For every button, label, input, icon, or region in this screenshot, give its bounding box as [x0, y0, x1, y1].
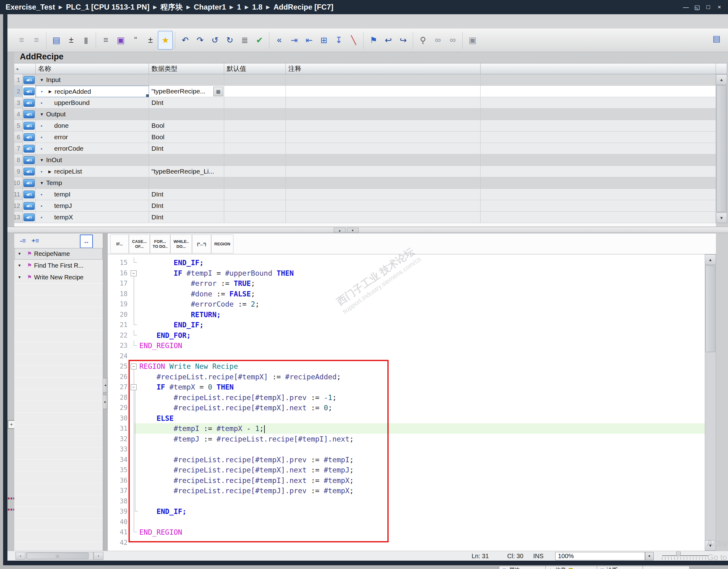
var-comment-cell[interactable] — [286, 212, 481, 223]
previous-error-icon[interactable]: ↶ — [178, 31, 193, 50]
code-scroll-down-button[interactable]: ▼ — [705, 540, 716, 551]
var-name-cell[interactable]: ▼Temp — [36, 177, 149, 189]
var-default-cell[interactable] — [224, 132, 286, 143]
monitor-icon[interactable]: ∞ — [430, 31, 445, 50]
row-number[interactable]: 11 — [14, 189, 23, 200]
row-number[interactable]: 5 — [14, 120, 23, 132]
data-block-icon[interactable]: ▣ — [465, 31, 480, 50]
var-name-cell[interactable]: ▼Input — [36, 74, 149, 86]
var-default-cell[interactable] — [224, 212, 286, 223]
var-default-cell[interactable] — [224, 97, 286, 109]
set-bookmark-icon[interactable]: ⚑ — [366, 31, 381, 50]
column-header-2[interactable]: 数据类型 — [149, 63, 224, 74]
var-datatype-cell[interactable]: DInt — [149, 212, 224, 223]
open-all-blocks-icon[interactable]: ▤ — [49, 31, 64, 50]
var-comment-cell[interactable] — [286, 132, 481, 143]
var-comment-cell[interactable] — [286, 120, 481, 132]
var-datatype-cell[interactable]: DInt — [149, 200, 224, 212]
struct-expander-icon[interactable]: ▶ — [46, 89, 54, 94]
var-name-cell[interactable]: ▪tempI — [36, 189, 149, 200]
var-name-cell[interactable]: ▪▶recipeList — [36, 166, 149, 177]
code-line-16[interactable]: 16IF #tempI = #upperBound THEN — [108, 268, 716, 279]
breadcrumb-item[interactable]: AddRecipe [FC7] — [273, 3, 333, 11]
restore-button[interactable]: ◱ — [691, 2, 703, 12]
var-default-cell[interactable] — [224, 166, 286, 177]
var-comment-cell[interactable] — [286, 109, 481, 120]
inspector-tab-1[interactable]: ▦属性 — [499, 566, 549, 569]
row-number[interactable]: 8 — [14, 154, 23, 166]
column-header-1[interactable]: 名称 — [36, 63, 149, 74]
fit-width-button[interactable]: ↔ — [80, 235, 93, 248]
splitter-collapse-down-button[interactable]: ▼ — [347, 228, 359, 233]
var-default-cell[interactable] — [224, 177, 286, 189]
struct-expander-icon[interactable]: ▶ — [46, 169, 54, 174]
table-scrollbar-thumb[interactable] — [717, 85, 726, 212]
var-comment-cell[interactable] — [286, 177, 481, 189]
code-line-20[interactable]: 20RETURN; — [108, 309, 716, 320]
var-default-cell[interactable] — [224, 120, 286, 132]
var-name-cell[interactable]: ▼Output — [36, 109, 149, 120]
outline-expander-icon[interactable]: ▼ — [14, 275, 25, 280]
inspector-tab-3[interactable]: ▣诊断 — [597, 566, 646, 569]
row-number[interactable]: 6 — [14, 132, 23, 143]
zoom-dropdown-button[interactable]: ▼ — [645, 552, 654, 560]
var-default-cell[interactable] — [224, 154, 286, 166]
var-comment-cell[interactable] — [286, 74, 481, 86]
collapse-all-icon[interactable]: -≡ — [17, 235, 28, 246]
row-number[interactable]: 4 — [14, 109, 23, 120]
var-comment-cell[interactable] — [286, 189, 481, 200]
row-number[interactable]: 1 — [14, 74, 23, 86]
var-default-cell[interactable] — [224, 86, 286, 97]
var-name-cell[interactable]: ▪upperBound — [36, 97, 149, 109]
datatype-browse-button[interactable]: ▦ — [213, 87, 223, 96]
var-name-cell[interactable]: ▪tempJ — [36, 200, 149, 212]
collapse-expander-icon[interactable]: ▼ — [37, 78, 46, 82]
next-bookmark-icon[interactable]: ↪ — [396, 31, 411, 50]
row-number[interactable]: 12 — [14, 200, 23, 212]
outdent-icon[interactable]: ⇤ — [302, 31, 316, 50]
var-comment-cell[interactable] — [286, 200, 481, 212]
outline-item-3[interactable]: ▼⚑Write New Recipe — [14, 272, 103, 284]
next-error-icon[interactable]: ↷ — [193, 31, 207, 50]
snippet-case-button[interactable]: CASE...OF... — [129, 235, 150, 254]
nav-scroll-left-button[interactable]: ‹ — [15, 552, 25, 560]
update-block-call-icon[interactable]: ↺ — [207, 31, 222, 50]
network-toggle-icon[interactable]: ▣ — [113, 31, 128, 50]
row-number[interactable]: 2 — [14, 86, 23, 97]
var-default-cell[interactable] — [224, 143, 286, 154]
sort-icon[interactable]: ↧ — [331, 31, 346, 50]
var-datatype-cell[interactable] — [149, 177, 224, 189]
nav-scroll-right-button[interactable]: › — [94, 552, 103, 560]
keep-actual-values-icon[interactable]: ▮ — [79, 31, 94, 50]
var-name-cell[interactable]: ▪▶recipeAdded — [36, 86, 149, 97]
row-number[interactable]: 10 — [14, 177, 23, 189]
split-editor-icon[interactable]: ▤ — [709, 30, 724, 48]
breadcrumb-item[interactable]: Exercise_Test — [6, 3, 55, 11]
inspector-tab-2[interactable]: ★信息 — [545, 566, 600, 569]
snippet-for-button[interactable]: FOR...TO DO.. — [150, 235, 170, 254]
var-name-cell[interactable]: ▪tempX — [36, 212, 149, 223]
var-name-cell[interactable]: ▪error — [36, 132, 149, 143]
pane-splitter[interactable]: ▲▼ — [7, 227, 728, 233]
code-line-19[interactable]: 19#errorCode := 2; — [108, 299, 716, 309]
splitter-collapse-up-button[interactable]: ▲ — [334, 228, 346, 233]
breadcrumb-item[interactable]: PLC_1 [CPU 1513-1 PN] — [66, 3, 149, 11]
var-datatype-cell[interactable]: DInt — [149, 189, 224, 200]
strike-icon[interactable]: ╲ — [346, 31, 361, 50]
breadcrumb-item[interactable]: 程序块 — [160, 2, 183, 12]
minimize-button[interactable]: — — [680, 2, 691, 12]
var-name-cell[interactable]: ▪errorCode — [36, 143, 149, 154]
inspector-tab-4[interactable] — [643, 566, 690, 569]
collapse-networks-icon[interactable]: « — [272, 31, 287, 50]
close-button[interactable]: × — [714, 2, 725, 12]
var-default-cell[interactable] — [224, 74, 286, 86]
var-datatype-cell[interactable]: Bool — [149, 132, 224, 143]
var-comment-cell[interactable] — [286, 143, 481, 154]
var-comment-cell[interactable] — [286, 86, 481, 97]
code-line-21[interactable]: 21END_IF; — [108, 319, 716, 330]
show-grid-icon[interactable]: ⊞ — [316, 31, 331, 50]
breadcrumb-item[interactable]: 1.8 — [252, 3, 262, 11]
table-scroll-up-button[interactable]: ▲ — [716, 74, 727, 85]
var-datatype-cell[interactable]: Bool — [149, 120, 224, 132]
breadcrumb-item[interactable]: 1 — [237, 3, 241, 11]
